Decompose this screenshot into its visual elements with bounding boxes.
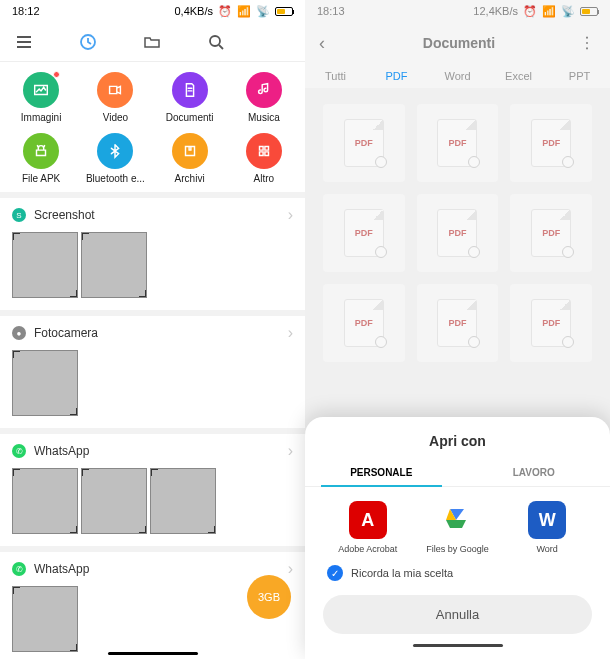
wifi-icon: 📡 [256,5,270,18]
badge-dot [53,71,60,78]
app-icon [438,501,476,539]
document-card[interactable]: PDF [323,284,405,362]
app-word[interactable]: W Word [512,501,582,555]
section-icon: ✆ [12,562,26,576]
folder-icon[interactable] [142,32,162,52]
category-icon [246,133,282,169]
thumbnail[interactable] [12,586,78,652]
thumbnail[interactable] [81,232,147,298]
select-circle[interactable] [562,336,574,348]
wifi-icon: 📡 [561,5,575,18]
category-icon [97,133,133,169]
pdf-file-icon: PDF [531,299,571,347]
status-net: 12,4KB/s [473,5,518,17]
right-screen: 18:13 12,4KB/s ⏰ 📶 📡 ‹ Documenti ⋯ Tutti… [305,0,610,659]
category-label: File APK [22,173,60,184]
category-archivi[interactable]: Archivi [153,133,227,184]
section-header[interactable]: ✆ WhatsApp › [0,434,305,468]
app-files-by-google[interactable]: Files by Google [422,501,492,555]
category-icon [172,72,208,108]
sheet-tab-personale[interactable]: PERSONALE [305,459,458,486]
thumbnail[interactable] [12,232,78,298]
open-with-sheet: Apri con PERSONALELAVORO A Adobe Acrobat… [305,417,610,659]
tab-ppt[interactable]: PPT [549,64,610,88]
thumbnail[interactable] [150,468,216,534]
app-list: A Adobe Acrobat Files by GoogleW Word [305,487,610,561]
tab-excel[interactable]: Excel [488,64,549,88]
select-circle[interactable] [468,336,480,348]
app-adobe-acrobat[interactable]: A Adobe Acrobat [333,501,403,555]
fab-cleaner[interactable]: 3GB [247,575,291,619]
document-card[interactable]: PDF [323,104,405,182]
select-circle[interactable] [468,246,480,258]
category-icon [172,133,208,169]
category-video[interactable]: Video [78,72,152,123]
section-icon: ● [12,326,26,340]
category-icon [246,72,282,108]
thumbnail[interactable] [12,468,78,534]
select-circle[interactable] [375,336,387,348]
select-circle[interactable] [468,156,480,168]
alarm-icon: ⏰ [218,5,232,18]
app-label: Files by Google [426,544,489,555]
checkbox-checked-icon[interactable]: ✓ [327,565,343,581]
select-circle[interactable] [375,156,387,168]
sheet-title: Apri con [305,433,610,449]
select-circle[interactable] [562,156,574,168]
document-card[interactable]: PDF [323,194,405,272]
category-file apk[interactable]: File APK [4,133,78,184]
document-grid: PDFPDFPDFPDFPDFPDFPDFPDFPDF [305,88,610,378]
category-immagini[interactable]: Immagini [4,72,78,123]
sheet-tab-lavoro[interactable]: LAVORO [458,459,611,486]
pdf-file-icon: PDF [344,209,384,257]
recent-icon[interactable] [78,32,98,52]
section-label: WhatsApp [34,562,89,576]
thumbnail[interactable] [81,468,147,534]
remember-choice[interactable]: ✓ Ricorda la mia scelta [305,561,610,595]
home-indicator[interactable] [108,652,198,655]
category-bluetooth e...[interactable]: Bluetooth e... [78,133,152,184]
section-header[interactable]: ● Fotocamera › [0,316,305,350]
battery-icon [275,7,293,16]
pdf-file-icon: PDF [437,209,477,257]
home-indicator[interactable] [413,644,503,647]
more-icon[interactable]: ⋯ [578,35,597,52]
pdf-file-icon: PDF [531,209,571,257]
left-screen: 18:12 0,4KB/s ⏰ 📶 📡 Immagini Video Docum… [0,0,305,659]
document-card[interactable]: PDF [510,284,592,362]
chevron-right-icon: › [288,324,293,342]
status-time: 18:12 [12,5,40,17]
category-musica[interactable]: Musica [227,72,301,123]
pdf-file-icon: PDF [344,299,384,347]
category-altro[interactable]: Altro [227,133,301,184]
document-card[interactable]: PDF [510,104,592,182]
app-icon: W [528,501,566,539]
section-label: Fotocamera [34,326,98,340]
search-icon[interactable] [206,32,226,52]
section-screenshot: S Screenshot › [0,192,305,310]
category-documenti[interactable]: Documenti [153,72,227,123]
document-card[interactable]: PDF [417,284,499,362]
category-label: Bluetooth e... [86,173,145,184]
section-header[interactable]: S Screenshot › [0,198,305,232]
pdf-file-icon: PDF [344,119,384,167]
status-net: 0,4KB/s [174,5,213,17]
tab-pdf[interactable]: PDF [366,64,427,88]
category-icon [23,133,59,169]
menu-icon[interactable] [14,32,34,52]
document-card[interactable]: PDF [417,104,499,182]
documents-header: ‹ Documenti ⋯ [305,22,610,64]
cancel-button[interactable]: Annulla [323,595,592,634]
app-label: Adobe Acrobat [338,544,397,555]
select-circle[interactable] [375,246,387,258]
alarm-icon: ⏰ [523,5,537,18]
document-card[interactable]: PDF [417,194,499,272]
category-label: Archivi [175,173,205,184]
document-card[interactable]: PDF [510,194,592,272]
tab-tutti[interactable]: Tutti [305,64,366,88]
status-bar-left: 18:12 0,4KB/s ⏰ 📶 📡 [0,0,305,22]
category-label: Musica [248,112,280,123]
thumbnail[interactable] [12,350,78,416]
tab-word[interactable]: Word [427,64,488,88]
select-circle[interactable] [562,246,574,258]
